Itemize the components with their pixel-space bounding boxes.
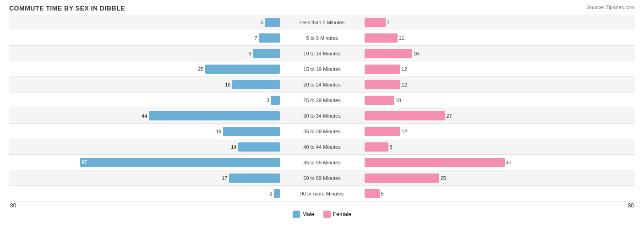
chart-rows: 5 Less than 5 Minutes 7 7 5 t bbox=[9, 15, 635, 201]
female-bar bbox=[365, 96, 394, 105]
female-value: 12 bbox=[402, 82, 413, 87]
male-value: 7 bbox=[246, 35, 257, 41]
female-value: 25 bbox=[441, 175, 452, 181]
male-bar bbox=[205, 65, 280, 74]
female-bar bbox=[365, 127, 400, 136]
bottom-labels: 80 80 bbox=[9, 202, 635, 209]
female-value: 11 bbox=[399, 35, 410, 41]
female-bar bbox=[365, 158, 505, 167]
female-bar bbox=[365, 111, 445, 120]
male-value: 19 bbox=[211, 129, 222, 134]
row-label: 40 to 44 Minutes bbox=[280, 144, 365, 150]
row-label: Less than 5 Minutes bbox=[280, 20, 365, 25]
chart-row: 9 10 to 14 Minutes 16 bbox=[9, 46, 635, 61]
male-value: 25 bbox=[193, 66, 204, 72]
row-label: 30 to 34 Minutes bbox=[280, 113, 365, 119]
chart-title: COMMUTE TIME BY SEX IN DIBBLE bbox=[9, 5, 635, 12]
female-value: 10 bbox=[396, 98, 407, 103]
chart-row: 2 90 or more Minutes 5 bbox=[9, 186, 635, 201]
legend-male: Male bbox=[293, 211, 314, 218]
female-bar bbox=[365, 189, 380, 198]
male-value: 17 bbox=[217, 175, 228, 181]
chart-row: 19 35 to 39 Minutes 12 bbox=[9, 124, 635, 139]
male-bar bbox=[149, 111, 280, 120]
row-label: 25 to 29 Minutes bbox=[280, 98, 365, 103]
female-swatch bbox=[323, 211, 331, 218]
female-value: 27 bbox=[447, 113, 458, 119]
chart-row: 67 67 45 to 59 Minutes 47 bbox=[9, 155, 635, 170]
chart-row: 14 40 to 44 Minutes 8 bbox=[9, 139, 635, 155]
row-label: 90 or more Minutes bbox=[280, 191, 365, 196]
male-bar bbox=[253, 49, 280, 58]
female-bar bbox=[365, 174, 439, 183]
male-bar bbox=[232, 80, 280, 89]
male-bar bbox=[223, 127, 280, 136]
chart-row: 5 Less than 5 Minutes 7 bbox=[9, 15, 635, 30]
row-label: 45 to 59 Minutes bbox=[280, 160, 365, 165]
female-value: 8 bbox=[390, 144, 401, 150]
chart-row: 25 15 to 19 Minutes 12 bbox=[9, 61, 635, 77]
male-value: 5 bbox=[252, 20, 263, 25]
row-label: 5 to 9 Minutes bbox=[280, 35, 365, 41]
female-value: 5 bbox=[381, 191, 392, 196]
male-bar: 67 bbox=[80, 158, 280, 167]
row-label: 15 to 19 Minutes bbox=[280, 66, 365, 72]
male-value: 9 bbox=[240, 51, 251, 56]
male-bar bbox=[271, 96, 280, 105]
female-bar bbox=[365, 142, 388, 152]
female-bar bbox=[365, 80, 400, 89]
male-value: 16 bbox=[220, 82, 231, 87]
row-label: 60 to 89 Minutes bbox=[280, 175, 365, 181]
female-value: 12 bbox=[402, 129, 413, 134]
chart-row: 16 20 to 24 Minutes 12 bbox=[9, 77, 635, 92]
row-label: 10 to 14 Minutes bbox=[280, 51, 365, 56]
female-label: Female bbox=[333, 211, 351, 217]
male-bar bbox=[259, 33, 280, 43]
male-value: 44 bbox=[136, 113, 147, 119]
row-label: 35 to 39 Minutes bbox=[280, 129, 365, 134]
source-label: Source: ZipAtlas.com bbox=[587, 5, 635, 10]
male-bar bbox=[265, 18, 280, 27]
female-bar bbox=[365, 65, 400, 74]
female-bar bbox=[365, 18, 386, 27]
chart-row: 7 5 to 9 Minutes 11 bbox=[9, 30, 635, 46]
female-value: 47 bbox=[506, 160, 517, 165]
male-value: 3 bbox=[258, 98, 269, 103]
female-value: 16 bbox=[414, 51, 425, 56]
male-bar bbox=[229, 174, 280, 183]
row-label: 20 to 24 Minutes bbox=[280, 82, 365, 87]
chart-row: 3 25 to 29 Minutes 10 bbox=[9, 92, 635, 108]
female-value: 7 bbox=[387, 20, 398, 25]
bottom-right-label: 80 bbox=[628, 202, 634, 209]
chart-row: 17 60 to 89 Minutes 25 bbox=[9, 170, 635, 186]
male-bar bbox=[274, 189, 280, 198]
female-bar bbox=[365, 49, 412, 58]
male-bar bbox=[238, 142, 280, 152]
bottom-left-label: 80 bbox=[10, 202, 16, 209]
male-swatch bbox=[293, 211, 300, 218]
male-label: Male bbox=[302, 211, 314, 217]
male-value: 2 bbox=[262, 191, 273, 196]
chart-container: COMMUTE TIME BY SEX IN DIBBLE Source: Zi… bbox=[0, 0, 644, 239]
legend: Male Female bbox=[9, 211, 635, 218]
female-value: 12 bbox=[402, 66, 413, 72]
chart-row: 44 30 to 34 Minutes 27 bbox=[9, 108, 635, 124]
male-value: 14 bbox=[226, 144, 237, 150]
legend-female: Female bbox=[323, 211, 351, 218]
female-bar bbox=[365, 33, 398, 43]
